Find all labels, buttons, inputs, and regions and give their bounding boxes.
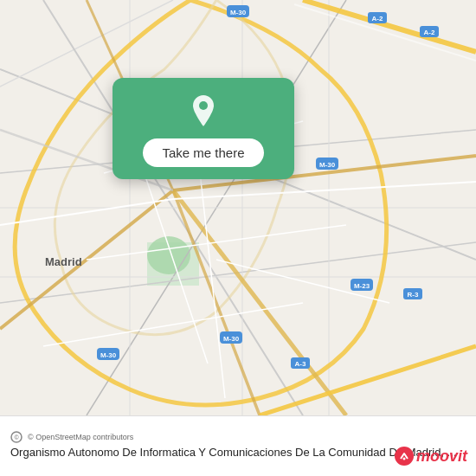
svg-text:M-23: M-23 xyxy=(354,282,370,290)
svg-text:M-30: M-30 xyxy=(230,9,247,16)
location-popup: Take me there xyxy=(113,78,294,179)
attribution-row: © © OpenStreetMap contributors xyxy=(10,431,466,443)
svg-text:M-30: M-30 xyxy=(319,161,336,169)
svg-point-48 xyxy=(402,458,405,460)
osm-attribution: © OpenStreetMap contributors xyxy=(28,433,133,441)
osm-logo-icon: © xyxy=(10,431,23,443)
map-background: M-30 M-30 A-2 A-2 M-30 M-23 M-3 xyxy=(0,0,476,415)
moovit-label: moovit xyxy=(416,447,467,466)
svg-point-45 xyxy=(199,101,208,110)
city-label: Madrid xyxy=(45,255,82,268)
moovit-logo-icon xyxy=(395,447,414,466)
svg-text:A-2: A-2 xyxy=(424,29,435,36)
svg-text:M-30: M-30 xyxy=(223,335,240,343)
svg-line-15 xyxy=(173,190,260,415)
svg-text:A-2: A-2 xyxy=(372,15,383,23)
location-pin-icon xyxy=(184,92,222,130)
svg-text:©: © xyxy=(14,434,19,441)
svg-point-1 xyxy=(147,236,190,274)
svg-line-3 xyxy=(0,0,173,87)
svg-line-17 xyxy=(173,190,346,415)
svg-text:R-3: R-3 xyxy=(408,291,419,299)
bottom-info-bar: © © OpenStreetMap contributors Organismo… xyxy=(0,415,476,476)
svg-text:M-30: M-30 xyxy=(100,351,117,359)
take-me-there-button[interactable]: Take me there xyxy=(143,138,263,167)
svg-text:A-3: A-3 xyxy=(295,360,306,368)
map-view: M-30 M-30 A-2 A-2 M-30 M-23 M-3 xyxy=(0,0,476,415)
svg-line-25 xyxy=(43,303,303,346)
moovit-logo: moovit xyxy=(395,447,467,466)
